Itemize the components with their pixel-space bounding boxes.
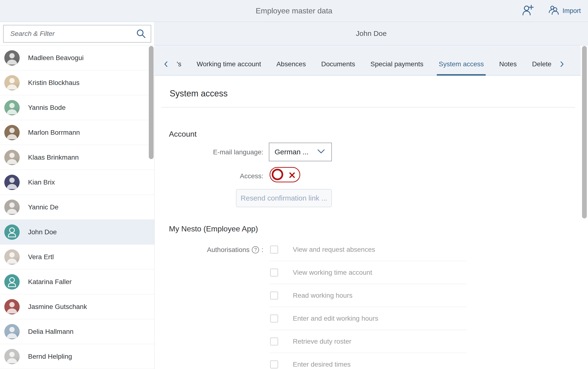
avatar	[4, 224, 20, 240]
employee-list-item[interactable]: Klaas Brinkmann	[0, 145, 154, 170]
tab-label: Working time account	[197, 60, 261, 68]
permission-label: Retrieve duty roster	[293, 338, 351, 345]
email-language-label: E-mail language:	[155, 148, 263, 156]
permission-checkbox[interactable]	[270, 246, 278, 254]
chevron-down-icon	[317, 149, 325, 155]
help-icon[interactable]: ?	[252, 246, 259, 253]
employee-name: Madleen Beavogui	[28, 54, 84, 62]
tab[interactable]: Documents	[319, 60, 357, 75]
tab-strip: ’s Working time account Absences Documen…	[155, 45, 581, 76]
tab[interactable]: System access	[437, 60, 486, 75]
avatar	[4, 125, 20, 140]
permission-label: View working time account	[293, 269, 372, 276]
authorisations-colon: :	[262, 246, 263, 254]
permission-row: Retrieve duty roster	[269, 330, 467, 353]
header-actions: Import	[522, 0, 581, 21]
employee-list-item[interactable]: Yannis Bode	[0, 95, 154, 120]
employee-name: Klaas Brinkmann	[28, 154, 79, 161]
avatar	[4, 150, 20, 165]
permission-label: View and request absences	[293, 246, 375, 253]
permission-row: Enter and edit working hours	[269, 307, 467, 330]
employee-name: Yannic De	[28, 203, 58, 211]
employee-list-item[interactable]: Delia Hallmann	[0, 319, 154, 344]
tab-label: ’s	[177, 60, 181, 68]
employee-list-item[interactable]: Katarina Faller	[0, 269, 154, 294]
employee-list-item[interactable]: Vera Ertl	[0, 245, 154, 269]
search-input[interactable]	[3, 25, 151, 43]
toggle-knob	[272, 169, 283, 180]
permission-checkbox[interactable]	[270, 314, 278, 323]
employee-list-item[interactable]: Jasmine Gutschank	[0, 294, 154, 319]
avatar	[4, 75, 20, 90]
employee-name: Marlon Borrmann	[28, 129, 80, 136]
employee-name: Jasmine Gutschank	[28, 303, 87, 311]
toggle-off-x-icon	[288, 172, 296, 180]
authorisations-label-row: Authorisations ? :	[155, 246, 263, 254]
access-label: Access:	[155, 172, 263, 180]
add-employee-button[interactable]	[522, 4, 534, 18]
tab-label: Documents	[321, 60, 355, 68]
tab-label: Notes	[499, 60, 517, 68]
permission-checkbox[interactable]	[270, 269, 278, 277]
detail-card: ’s Working time account Absences Documen…	[155, 45, 581, 369]
tab[interactable]: Delete	[530, 60, 553, 75]
tab[interactable]: ’s	[175, 60, 183, 75]
search-area	[0, 22, 154, 45]
tab[interactable]: Special payments	[368, 60, 425, 75]
employee-name: Katarina Faller	[28, 278, 72, 286]
resend-confirmation-label: Resend confirmation link ...	[241, 194, 327, 202]
email-language-select[interactable]: German ...	[269, 143, 332, 161]
employee-name: Bernd Helpling	[28, 353, 72, 360]
employee-name: Kian Brix	[28, 179, 55, 186]
permission-row: Enter desired times	[269, 353, 467, 369]
tabs-scroll-right-button[interactable]	[559, 59, 565, 75]
employee-list-item[interactable]: Kian Brix	[0, 170, 154, 195]
content-scrollbar-thumb[interactable]	[582, 46, 587, 219]
tab[interactable]: Absences	[274, 60, 308, 75]
authorisations-label: Authorisations	[207, 246, 249, 254]
avatar	[4, 100, 20, 115]
permission-list: View and request absences View working t…	[269, 238, 467, 369]
employee-list-item[interactable]: Bernd Helpling	[0, 344, 154, 369]
search-icon[interactable]	[136, 29, 146, 40]
avatar	[4, 175, 20, 190]
employee-list: Madleen Beavogui Kristin Blockhaus	[0, 45, 154, 369]
tab-label: Delete	[532, 60, 551, 68]
tabs-scroll-left-button[interactable]	[163, 59, 169, 75]
employee-name: Delia Hallmann	[28, 328, 74, 336]
permission-checkbox[interactable]	[270, 291, 278, 299]
employee-name: Yannis Bode	[28, 104, 66, 111]
avatar	[4, 299, 20, 314]
avatar	[4, 249, 20, 265]
employee-detail-title: John Doe	[155, 22, 588, 45]
account-heading: Account	[169, 130, 197, 139]
permission-checkbox[interactable]	[270, 360, 278, 369]
employee-list-item[interactable]: Madleen Beavogui	[0, 45, 154, 70]
employee-list-item[interactable]: John Doe	[0, 220, 154, 245]
resend-confirmation-button[interactable]: Resend confirmation link ...	[236, 189, 332, 207]
app-header: Employee master data Import	[0, 0, 588, 22]
access-toggle[interactable]	[270, 167, 300, 182]
tab-label: Absences	[276, 60, 306, 68]
tab[interactable]: Notes	[497, 60, 518, 75]
permission-checkbox[interactable]	[270, 337, 278, 346]
section-divider	[161, 107, 575, 108]
employee-list-item[interactable]: Yannic De	[0, 195, 154, 220]
employee-list-item[interactable]: Marlon Borrmann	[0, 120, 154, 145]
import-button[interactable]: Import	[548, 5, 581, 17]
permission-row: Read working hours	[269, 284, 467, 307]
employee-name: Vera Ertl	[28, 253, 54, 261]
sidebar-scrollbar-thumb[interactable]	[149, 46, 154, 159]
section-title: System access	[170, 89, 228, 99]
import-people-icon	[548, 5, 559, 17]
employee-sidebar: Madleen Beavogui Kristin Blockhaus	[0, 22, 155, 369]
tab-label: Special payments	[370, 60, 423, 68]
permission-label: Enter desired times	[293, 361, 351, 368]
employee-list-item[interactable]: Kristin Blockhaus	[0, 70, 154, 95]
tab[interactable]: Working time account	[195, 60, 263, 75]
person-add-icon	[522, 4, 534, 18]
avatar	[4, 324, 20, 339]
permission-label: Enter and edit working hours	[293, 315, 378, 322]
avatar	[4, 349, 20, 364]
detail-panel: John Doe ’s Working time account Absence…	[155, 22, 588, 369]
